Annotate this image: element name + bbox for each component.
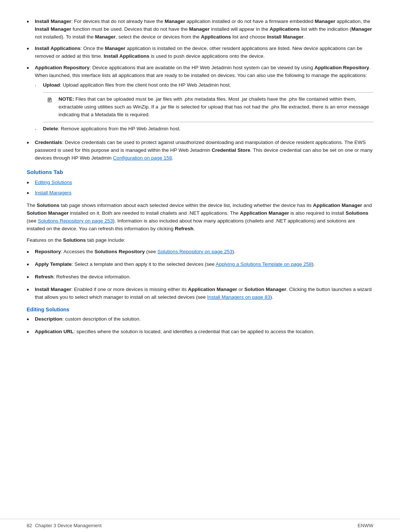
page-footer: 82 Chapter 3 Device Management ENWW xyxy=(0,519,400,532)
note-content: NOTE: Files that can be uploaded must be… xyxy=(59,96,370,119)
description-text: Description: custom description of the s… xyxy=(35,316,141,322)
sub-bullet-icon: ◦ xyxy=(35,127,43,133)
feature-apply-template: • Apply Template: Select a template and … xyxy=(27,261,373,270)
feature-content: Apply Template: Select a template and th… xyxy=(35,261,373,268)
sub-list-app-repo: ◦ Upload: Upload application files from … xyxy=(35,81,373,89)
feature-refresh: • Refresh: Refreshes the device informat… xyxy=(27,273,373,282)
feature-install-manager: • Install Manager: Enabled if one or mor… xyxy=(27,286,373,301)
note-box: 🖹 NOTE: Files that can be uploaded must … xyxy=(43,92,373,122)
solutions-features-list: • Repository: Accesses the Solutions Rep… xyxy=(27,248,373,301)
sub-list-item-upload: ◦ Upload: Upload application files from … xyxy=(35,81,373,89)
bullet-icon: • xyxy=(27,285,35,295)
sub-bullet-icon: ◦ xyxy=(35,83,43,89)
app-url-text: Application URL: specifies where the sol… xyxy=(35,329,314,334)
bullet-icon: • xyxy=(27,248,35,257)
solutions-tab-paragraph2: Features on the Solutions tab page inclu… xyxy=(27,237,373,244)
solutions-tab-paragraph1: The Solutions tab page shows information… xyxy=(27,202,373,233)
bullet-icon: • xyxy=(27,189,35,198)
list-item-content: Credentials: Device credentials can be u… xyxy=(35,139,373,162)
feature-content: Install Manager: Enabled if one or more … xyxy=(35,286,373,301)
note-label: NOTE: xyxy=(59,96,74,102)
main-bullet-list: • Install Manager: For devices that do n… xyxy=(27,18,373,162)
editing-solutions-heading: Editing Solutions xyxy=(27,307,373,312)
list-item-content: Install Applications: Once the Manager a… xyxy=(35,45,373,60)
bullet-icon: • xyxy=(27,315,35,324)
feature-repository: • Repository: Accesses the Solutions Rep… xyxy=(27,248,373,257)
page-content: • Install Manager: For devices that do n… xyxy=(0,0,400,519)
note-text: Files that can be uploaded must be .jar … xyxy=(59,96,369,117)
list-item-content: Description: custom description of the s… xyxy=(35,315,373,323)
list-item-content: Application Repository: Device applicati… xyxy=(35,64,373,135)
delete-text: Delete: Remove applications from the HP … xyxy=(43,126,181,131)
sub-list-app-repo-2: ◦ Delete: Remove applications from the H… xyxy=(35,125,373,133)
footer-left: 82 Chapter 3 Device Management xyxy=(27,523,101,528)
list-item-install-applications: • Install Applications: Once the Manager… xyxy=(27,45,373,60)
sub-item-content: Upload: Upload application files from th… xyxy=(43,81,373,89)
install-manager-text: Install Manager: For devices that do not… xyxy=(35,19,372,40)
repository-text: Repository: Accesses the Solutions Repos… xyxy=(35,249,236,254)
footer-chapter: Chapter 3 Device Management xyxy=(35,523,101,528)
list-item-credentials: • Credentials: Device credentials can be… xyxy=(27,139,373,162)
sub-list-item-delete: ◦ Delete: Remove applications from the H… xyxy=(35,125,373,133)
solutions-repo-link-2[interactable]: Solutions Repository on page 253 xyxy=(157,249,233,254)
upload-text: Upload: Upload application files from th… xyxy=(43,82,231,88)
solutions-link-list: • Editing Solutions • Install Managers xyxy=(27,179,373,198)
editing-solutions-description: • Description: custom description of the… xyxy=(27,315,373,324)
solutions-tab-section: Solutions Tab • Editing Solutions • Inst… xyxy=(27,169,373,301)
install-manager-2-text: Install Manager: Enabled if one or more … xyxy=(35,287,371,300)
link-list-item-editing: • Editing Solutions xyxy=(27,179,373,188)
list-item-content: Install Manager: For devices that do not… xyxy=(35,18,373,41)
bullet-icon: • xyxy=(27,17,35,27)
install-managers-page-link[interactable]: Install Managers on page 83 xyxy=(207,294,270,300)
bullet-icon: • xyxy=(27,44,35,54)
list-item-application-repository: • Application Repository: Device applica… xyxy=(27,64,373,135)
applying-solutions-link[interactable]: Applying a Solutions Template on page 25… xyxy=(216,261,311,267)
list-item-content: Application URL: specifies where the sol… xyxy=(35,328,373,336)
refresh-text: Refresh: Refreshes the device informatio… xyxy=(35,274,131,280)
link-list-item-managers: • Install Managers xyxy=(27,189,373,198)
bullet-icon: • xyxy=(27,64,35,73)
bullet-icon: • xyxy=(27,273,35,282)
bullet-icon: • xyxy=(27,328,35,337)
editing-solutions-app-url: • Application URL: specifies where the s… xyxy=(27,328,373,337)
feature-content: Repository: Accesses the Solutions Repos… xyxy=(35,248,373,256)
solutions-repo-link-1[interactable]: Solutions Repository on page 253 xyxy=(38,218,113,224)
editing-solutions-section: Editing Solutions • Description: custom … xyxy=(27,307,373,337)
editing-solutions-list: • Description: custom description of the… xyxy=(27,315,373,337)
feature-content: Refresh: Refreshes the device informatio… xyxy=(35,273,373,281)
editing-solutions-link[interactable]: Editing Solutions xyxy=(35,179,72,187)
install-applications-text: Install Applications: Once the Manager a… xyxy=(35,46,362,59)
bullet-icon: • xyxy=(27,260,35,270)
list-item-install-manager: • Install Manager: For devices that do n… xyxy=(27,18,373,41)
credentials-text: Credentials: Device credentials can be u… xyxy=(35,140,373,161)
install-managers-link[interactable]: Install Managers xyxy=(35,189,71,197)
application-repository-text: Application Repository: Device applicati… xyxy=(35,65,371,78)
apply-template-text: Apply Template: Select a template and th… xyxy=(35,261,315,267)
bullet-icon: • xyxy=(27,138,35,148)
content-area: • Install Manager: For devices that do n… xyxy=(27,18,373,504)
footer-page-number: 82 xyxy=(27,523,32,528)
sub-item-content: Delete: Remove applications from the HP … xyxy=(43,125,373,133)
bullet-icon: • xyxy=(27,178,35,188)
config-link[interactable]: Configuration on page 158 xyxy=(113,155,172,161)
solutions-tab-heading: Solutions Tab xyxy=(27,169,373,175)
note-icon: 🖹 xyxy=(47,96,56,105)
footer-right-label: ENWW xyxy=(357,523,373,528)
